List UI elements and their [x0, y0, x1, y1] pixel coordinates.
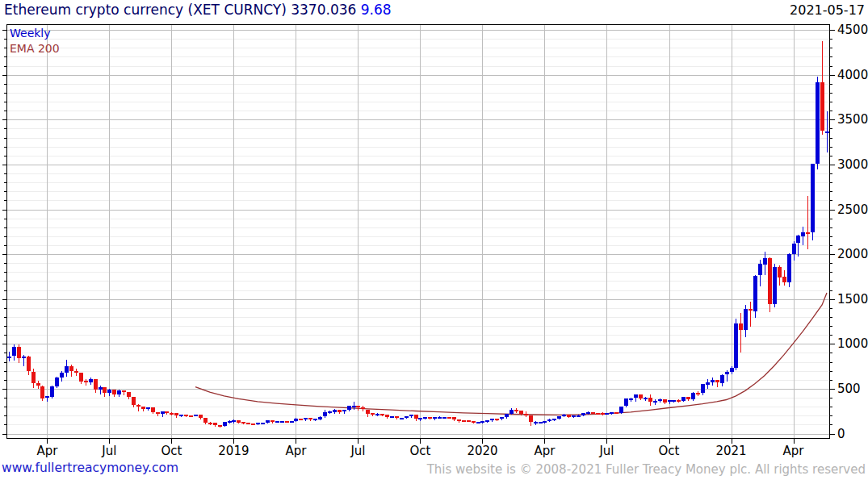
svg-text:Jul: Jul	[598, 444, 614, 458]
svg-text:2021: 2021	[715, 444, 746, 458]
svg-text:Oct: Oct	[659, 444, 680, 458]
svg-text:3000: 3000	[837, 157, 868, 172]
svg-text:Oct: Oct	[161, 444, 182, 458]
svg-text:1000: 1000	[837, 336, 868, 351]
site-link[interactable]: www.fullertreacymoney.com	[2, 461, 178, 475]
price-change: 9.68	[361, 2, 392, 18]
last-price: 3370.036	[291, 2, 356, 18]
svg-text:Apr: Apr	[535, 444, 556, 458]
svg-text:4000: 4000	[837, 68, 868, 82]
legend-ema-200: EMA 200	[10, 41, 60, 56]
svg-text:3500: 3500	[837, 112, 868, 127]
svg-text:Apr: Apr	[36, 444, 58, 458]
svg-text:0: 0	[837, 427, 845, 441]
gridlines	[6, 24, 829, 438]
svg-text:Jul: Jul	[101, 444, 116, 458]
axes: 050010001500200025003000350040004500AprJ…	[2, 23, 868, 458]
instrument-title: Ethereum crypto currency (XET CURNCY)	[4, 2, 287, 18]
chart-date: 2021-05-17	[790, 2, 865, 18]
legend-series-weekly: Weekly	[10, 26, 60, 41]
svg-text:500: 500	[837, 382, 861, 396]
svg-text:4500: 4500	[837, 23, 868, 37]
candles	[7, 41, 829, 428]
svg-text:Apr: Apr	[285, 444, 307, 458]
svg-text:2019: 2019	[218, 444, 249, 458]
svg-text:Apr: Apr	[783, 444, 805, 458]
svg-text:Oct: Oct	[409, 444, 430, 458]
svg-text:2000: 2000	[837, 247, 868, 261]
svg-text:Jul: Jul	[350, 444, 365, 458]
svg-text:2020: 2020	[467, 444, 497, 458]
price-chart: 050010001500200025003000350040004500AprJ…	[0, 0, 868, 484]
svg-text:2500: 2500	[837, 202, 868, 217]
chart-title-bar: Ethereum crypto currency (XET CURNCY) 33…	[4, 2, 392, 18]
page: 050010001500200025003000350040004500AprJ…	[0, 0, 868, 484]
svg-text:1500: 1500	[837, 292, 868, 307]
chart-legend: Weekly EMA 200	[10, 26, 60, 56]
copyright-text: This website is © 2008-2021 Fuller Treac…	[427, 462, 866, 477]
